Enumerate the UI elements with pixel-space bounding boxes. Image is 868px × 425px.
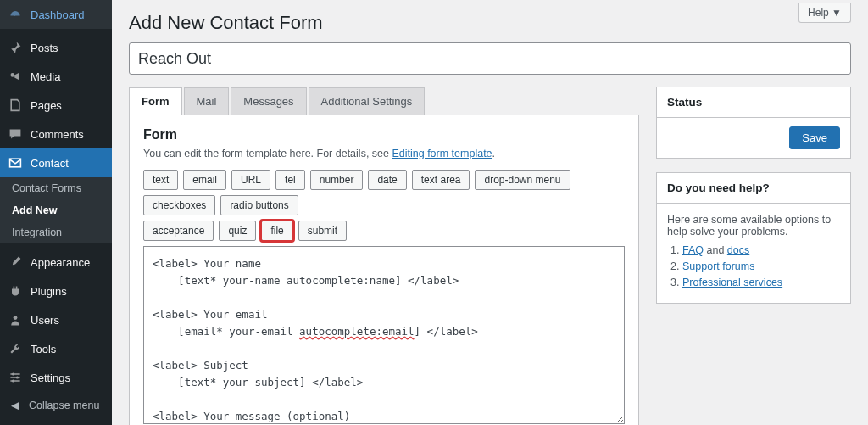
form-desc: You can edit the form template here. For… (143, 148, 625, 159)
admin-sidebar: Dashboard Posts Media Pages Comments Con… (0, 0, 112, 425)
sidebar-item-pages[interactable]: Pages (0, 91, 112, 120)
label: Contact (31, 157, 69, 170)
tag-row-1: textemailURLtelnumberdatetext areadrop-d… (143, 170, 625, 215)
help-title: Do you need help? (657, 173, 850, 204)
plug-icon (7, 282, 24, 299)
sidebar-item-contact[interactable]: Contact (0, 148, 112, 177)
page-title: Add New Contact Form (129, 0, 851, 42)
form-tabs: Form Mail Messages Additional Settings (129, 87, 639, 115)
tag-checkboxes[interactable]: checkboxes (143, 195, 215, 215)
label: Plugins (31, 285, 67, 298)
sidebar-submenu-contact: Contact Forms Add New Integration (0, 177, 112, 243)
form-template-textarea[interactable]: <label> Your name [text* your-name autoc… (143, 246, 625, 424)
sidebar-sub-contact-forms[interactable]: Contact Forms (0, 177, 112, 199)
help-item-forums: Support forums (682, 260, 840, 272)
form-heading: Form (143, 127, 625, 143)
sidebar-item-dashboard[interactable]: Dashboard (0, 0, 112, 29)
label: Settings (31, 372, 70, 384)
label: Collapse menu (29, 400, 99, 411)
professional-services-link[interactable]: Professional services (682, 277, 782, 288)
svg-point-4 (12, 372, 14, 375)
main-content: Help ▼ Add New Contact Form Form Mail Me… (112, 0, 868, 425)
svg-point-5 (16, 376, 19, 378)
tag-row-2: acceptancequizfilesubmit (143, 221, 625, 241)
wrench-icon (7, 340, 24, 357)
tag-radio-buttons[interactable]: radio buttons (220, 195, 298, 215)
status-metabox: Status Save (656, 87, 851, 159)
tag-date[interactable]: date (368, 170, 406, 190)
sidebar-item-tools[interactable]: Tools (0, 334, 112, 363)
support-forums-link[interactable]: Support forums (682, 260, 754, 272)
editing-template-link[interactable]: Editing form template (392, 148, 492, 159)
tab-form[interactable]: Form (129, 87, 182, 115)
tag-file[interactable]: file (261, 221, 292, 241)
brush-icon (7, 254, 24, 271)
tab-messages[interactable]: Messages (231, 87, 306, 115)
label: Tools (31, 343, 56, 355)
label: Posts (31, 42, 58, 54)
tag-quiz[interactable]: quiz (219, 221, 256, 241)
sidebar-item-comments[interactable]: Comments (0, 120, 112, 148)
dashboard-icon (7, 6, 24, 23)
sidebar-item-settings[interactable]: Settings (0, 363, 112, 392)
label: Pages (31, 99, 62, 112)
sidebar-item-posts[interactable]: Posts (0, 33, 112, 62)
label: Appearance (31, 256, 90, 269)
svg-point-3 (14, 316, 18, 320)
sidebar-item-plugins[interactable]: Plugins (0, 277, 112, 305)
tag-email[interactable]: email (183, 170, 226, 190)
tag-submit[interactable]: submit (298, 221, 347, 241)
help-button[interactable]: Help ▼ (798, 3, 851, 23)
help-item-faq-docs: FAQ and docs (682, 244, 840, 256)
help-item-pro: Professional services (682, 277, 840, 288)
tab-additional-settings[interactable]: Additional Settings (309, 87, 426, 115)
user-icon (7, 311, 24, 328)
sliders-icon (7, 369, 24, 386)
comment-icon (7, 126, 24, 143)
docs-link[interactable]: docs (727, 244, 749, 256)
tag-URL[interactable]: URL (231, 170, 270, 190)
tag-tel[interactable]: tel (275, 170, 305, 190)
page-icon (7, 97, 24, 114)
tag-drop-down-menu[interactable]: drop-down menu (475, 170, 570, 190)
label: Media (31, 70, 60, 83)
status-title: Status (657, 87, 850, 118)
form-title-input[interactable] (129, 42, 851, 75)
faq-link[interactable]: FAQ (682, 244, 704, 256)
collapse-icon: ◀ (7, 399, 24, 411)
label: Users (31, 314, 59, 327)
tag-text[interactable]: text (143, 170, 178, 190)
label: Dashboard (31, 8, 85, 21)
sidebar-item-media[interactable]: Media (0, 62, 112, 91)
save-button[interactable]: Save (789, 126, 840, 149)
tag-number[interactable]: number (310, 170, 364, 190)
svg-point-1 (10, 73, 14, 77)
sidebar-collapse[interactable]: ◀ Collapse menu (0, 392, 112, 418)
pin-icon (7, 39, 24, 56)
sidebar-item-users[interactable]: Users (0, 305, 112, 334)
tab-mail[interactable]: Mail (184, 87, 230, 115)
form-panel: Form You can edit the form template here… (129, 115, 639, 425)
svg-point-6 (12, 379, 14, 382)
tag-acceptance[interactable]: acceptance (143, 221, 214, 241)
sidebar-item-appearance[interactable]: Appearance (0, 248, 112, 277)
help-metabox: Do you need help? Here are some availabl… (656, 172, 851, 304)
help-intro: Here are some available options to help … (667, 214, 840, 238)
media-icon (7, 68, 24, 85)
sidebar-sub-integration[interactable]: Integration (0, 221, 112, 243)
sidebar-sub-add-new[interactable]: Add New (0, 199, 112, 221)
mail-icon (7, 154, 24, 171)
label: Comments (31, 128, 84, 141)
tag-text-area[interactable]: text area (412, 170, 470, 190)
